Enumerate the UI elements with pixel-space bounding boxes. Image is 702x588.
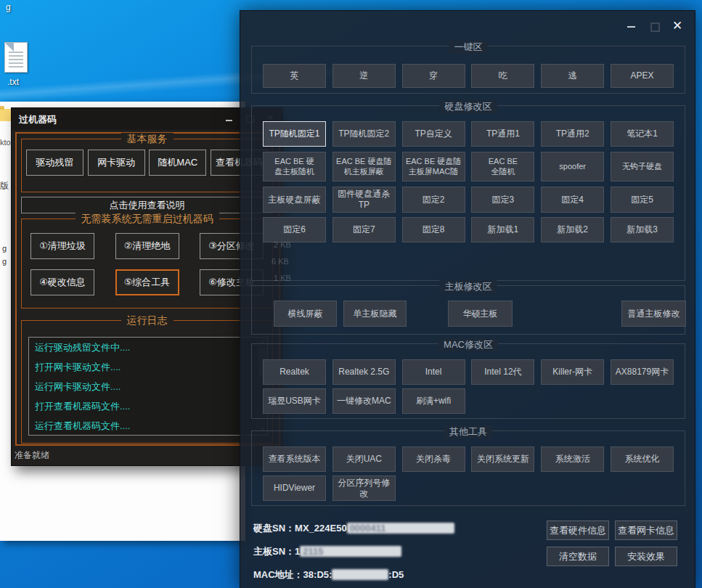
hdd-sn-redacted: 0000411 [347,523,454,534]
disk-button[interactable]: TP通用1 [471,121,534,147]
log-line: 打开查看机器码文件.... [29,396,267,416]
explorer-text-fragment: 版 [0,180,9,192]
disk-button[interactable]: EAC BE 全随机 [471,152,534,181]
disk-button[interactable]: 固定2 [402,187,465,213]
one-key-button[interactable]: 吃 [471,64,534,88]
log-line: 打开网卡驱动文件.... [29,357,267,377]
tool-button[interactable]: 分区序列号修改 [332,475,396,501]
log-line: 运行查看机器码文件.... [29,416,267,436]
section-mac-modify: MAC修改区 RealtekRealtek 2.5GIntelIntel 12代… [251,343,685,419]
board-button[interactable]: 华硕主板 [448,301,513,327]
mac-button[interactable]: Realtek 2.5G [332,359,396,385]
mac-button[interactable]: 一键修改MAC [332,388,396,414]
explorer-text-fragment: g [2,244,7,253]
mac-button[interactable]: 刷满+wifi [402,388,465,414]
disk-button[interactable]: 固定7 [332,217,396,242]
text-file-icon[interactable] [4,42,28,73]
disk-button[interactable]: spoofer [541,152,604,181]
disk-button[interactable]: TP随机固定2 [332,121,396,147]
board-button[interactable]: 横线屏蔽 [274,301,337,327]
hdd-sn-row: 硬盘SN：MX_224E500000411 [253,522,454,535]
view-hardware-info-button[interactable]: 查看硬件信息 [547,520,609,540]
mac-button[interactable]: AX88179网卡 [611,359,674,385]
disk-button[interactable]: 无钩子硬盘 [611,152,674,181]
mac-button[interactable]: Killer-网卡 [541,359,604,385]
disk-button[interactable]: 固定3 [471,187,534,213]
desktop-icon-label-fragment[interactable]: g [6,2,11,12]
tool-button[interactable]: 系统优化 [611,446,674,472]
explorer-text-fragment: g [2,257,7,266]
maximize-icon[interactable] [648,20,660,33]
disk-button[interactable]: 新加载2 [541,217,604,242]
disk-button[interactable]: TP通用2 [541,121,604,147]
mac-address-row: MAC地址：38:D5::D5 [253,568,404,581]
tool-button[interactable]: 关闭杀毒 [402,446,465,472]
board-sn-row: 主板SN：12115 [253,545,401,558]
step-button[interactable]: ⑤综合工具 [115,269,179,295]
step-button[interactable]: ①清理垃圾 [30,233,94,259]
disk-button[interactable]: TP自定义 [402,121,465,147]
board-sn-label: 主板SN： [253,546,295,557]
group-run-log: 运行日志 运行驱动残留文件中....打开网卡驱动文件....运行网卡驱动文件..… [21,320,273,444]
board-button[interactable]: 单主板隐藏 [343,301,407,327]
tool-button[interactable]: 查看系统版本 [263,446,326,472]
section-other-tools: 其他工具 查看系统版本关闭UAC关闭杀毒关闭系统更新系统激活系统优化 HIDVi… [251,430,685,506]
clear-data-button[interactable]: 清空数据 [547,547,609,566]
disk-button[interactable]: EAC BE 硬盘随 机主板屏蔽 [332,152,396,181]
disk-button[interactable]: 固件硬盘通杀TP [332,187,396,213]
view-nic-info-button[interactable]: 查看网卡信息 [615,520,677,540]
minimize-icon[interactable] [625,20,637,33]
disk-button[interactable]: 固定8 [402,217,465,242]
mac-button[interactable]: 瑞昱USB网卡 [263,388,326,414]
section-one-key: 一键区 英逆穿吃逃APEX [251,46,685,94]
one-key-button[interactable]: 穿 [402,64,465,88]
basic-service-button[interactable]: 随机MAC [149,150,206,176]
mac-label: MAC地址： [253,569,303,580]
close-icon[interactable]: ✕ [672,20,683,33]
tool-button[interactable]: HIDViewer [263,475,326,501]
step-button[interactable]: ②清理绝地 [115,233,179,259]
window-title: 过机器码 [19,113,57,126]
text-file-label[interactable]: .txt [7,77,19,87]
disk-button[interactable]: EAC BE 硬盘随 主板屏MAC随 [402,152,465,181]
minimize-icon[interactable] [224,113,234,124]
disk-button[interactable]: 固定6 [263,217,326,242]
basic-service-button[interactable]: 驱动残留 [26,150,83,176]
board-sn-value: 1 [295,546,300,557]
disk-button[interactable]: EAC BE 硬 盘主板随机 [263,152,326,181]
one-key-button[interactable]: 逆 [332,64,396,88]
section-title: MAC修改区 [438,338,498,351]
disk-button[interactable]: 固定4 [541,187,604,213]
tool-button[interactable]: 系统激活 [541,446,604,472]
one-key-button[interactable]: 逃 [541,64,604,88]
disk-button[interactable]: TP随机固定1 [263,121,326,147]
board-button[interactable]: 普通主板修改 [621,301,686,327]
disk-button[interactable]: 新加载3 [611,217,674,242]
mac-button[interactable]: Intel [402,359,465,385]
hdd-sn-label: 硬盘SN： [253,523,295,534]
section-title: 主板修改区 [440,280,497,293]
hdd-sn-value: MX_224E50 [295,523,347,534]
disk-button[interactable]: 笔记本1 [611,121,674,147]
tool-button[interactable]: 关闭UAC [332,446,396,472]
one-key-button[interactable]: APEX [611,64,674,88]
status-bar-text: 准备就绪 [15,449,49,462]
group-title: 基本服务 [121,133,174,146]
one-key-button[interactable]: 英 [263,64,326,88]
disk-button[interactable]: 主板硬盘屏蔽 [263,187,326,213]
section-title: 一键区 [449,41,488,54]
log-listbox[interactable]: 运行驱动残留文件中....打开网卡驱动文件....运行网卡驱动文件....打开查… [28,337,268,436]
mac-button[interactable]: Intel 12代 [471,359,534,385]
step-button[interactable]: ④硬改信息 [30,269,94,295]
usage-help-button[interactable]: 点击使用查看说明 [21,197,273,213]
tool-button[interactable]: 关闭系统更新 [471,446,534,472]
group-no-reinstall: 无需装系统无需重启过机器码 ①清理垃圾②清理绝地③分区修改④硬改信息⑤综合工具⑥… [21,219,273,309]
section-disk-modify: 硬盘修改区 TP随机固定1TP随机固定2TP自定义TP通用1TP通用2笔记本1 … [251,105,685,281]
group-title: 运行日志 [121,314,174,327]
basic-service-button[interactable]: 网卡驱动 [88,150,145,176]
disk-button[interactable]: 固定5 [611,187,674,213]
install-effect-button[interactable]: 安装效果 [615,547,677,566]
section-title: 其他工具 [444,425,492,438]
mac-button[interactable]: Realtek [263,359,326,385]
disk-button[interactable]: 新加载1 [471,217,534,242]
